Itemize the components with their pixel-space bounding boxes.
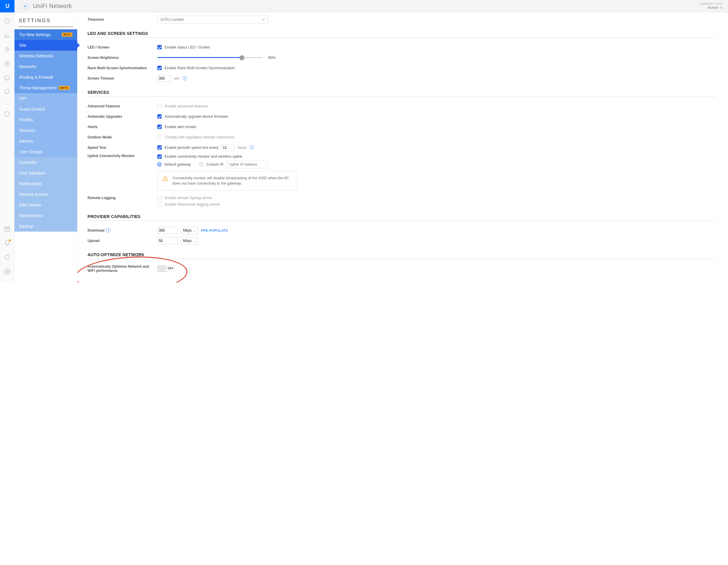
brightness-label: Screen Brightness: [88, 56, 157, 60]
nav-try-new-settings[interactable]: Try New SettingsBETA: [14, 29, 77, 40]
speed-input[interactable]: [221, 144, 235, 151]
timeout-label: Screen Timeout: [88, 76, 157, 80]
settings-icon[interactable]: [4, 268, 10, 275]
syslog-text: Enable remote Syslog server: [165, 196, 212, 200]
speed-checkbox[interactable]: [157, 145, 162, 150]
nav-profiles[interactable]: Profiles: [14, 114, 77, 125]
nav-elite-device[interactable]: Elite Device: [14, 200, 77, 210]
uplink-ip-input[interactable]: [227, 161, 268, 168]
timezone-select[interactable]: (UTC) London: [157, 16, 268, 23]
netconsole-text: Enable Netconsole logging server: [165, 202, 220, 206]
timeout-input[interactable]: [157, 75, 171, 82]
autoopt-label: Automatically Optimize Network and WiFi …: [88, 264, 157, 273]
info-icon[interactable]: i: [182, 76, 187, 80]
rack-checkbox[interactable]: [157, 66, 162, 70]
syslog-checkbox[interactable]: [157, 196, 162, 200]
uplink-checkbox[interactable]: [157, 154, 162, 159]
nav-user-interface[interactable]: User Interface: [14, 168, 77, 178]
map-icon[interactable]: [4, 46, 10, 53]
upload-unit-select[interactable]: Mbps⌄: [181, 237, 198, 244]
svg-rect-4: [5, 76, 10, 79]
devices-icon[interactable]: [4, 60, 10, 67]
nav-notifications[interactable]: Notifications: [14, 178, 77, 189]
clients-icon[interactable]: [4, 75, 10, 81]
download-label: Download i: [88, 228, 157, 232]
adv-checkbox[interactable]: [157, 104, 162, 108]
refresh-icon[interactable]: [22, 3, 29, 10]
topbar: UniFi Network CURRENT SITE Home: [0, 0, 728, 12]
adv-label: Advanced Features: [88, 104, 157, 108]
brightness-value: 80%: [268, 56, 276, 60]
nav-threat[interactable]: Threat ManagementBETA: [14, 82, 77, 93]
insights-icon[interactable]: [4, 89, 10, 95]
nav-guest[interactable]: Guest Control: [14, 104, 77, 114]
download-unit-select[interactable]: Mbps⌄: [181, 226, 198, 234]
autoopt-heading: AUTO-OPTIMIZE NETWORK: [88, 252, 716, 259]
nav-user-groups[interactable]: User Groups: [14, 146, 77, 157]
icon-rail: [0, 12, 14, 282]
brand-logo[interactable]: [0, 0, 14, 12]
nav-backup[interactable]: Backup: [14, 221, 77, 231]
current-site-selector[interactable]: CURRENT SITE Home: [700, 2, 723, 10]
rack-label: Rack Multi-Screen Synchronization: [88, 66, 157, 70]
nav-admins[interactable]: Admins: [14, 136, 77, 146]
alerts-icon[interactable]: [4, 240, 10, 246]
nav-wireless[interactable]: Wireless Networks: [14, 51, 77, 61]
nav-networks[interactable]: Networks: [14, 61, 77, 72]
alerts-checkbox[interactable]: [157, 124, 162, 129]
led-text: Enable status LED / Screen: [165, 45, 210, 49]
nav-controller[interactable]: Controller: [14, 157, 77, 168]
uplink-text: Enable connectivity monitor and wireless…: [165, 154, 242, 158]
nav-remote-access[interactable]: Remote Access: [14, 189, 77, 200]
nav-maintenance[interactable]: Maintenance: [14, 210, 77, 221]
nav-routing[interactable]: Routing & Firewall: [14, 72, 77, 82]
timezone-label: Timezone: [88, 17, 157, 22]
autoopt-toggle[interactable]: OFF: [157, 265, 175, 272]
outdoor-checkbox[interactable]: [157, 135, 162, 139]
prepopulate-link[interactable]: PRE-POPULATE: [201, 229, 228, 232]
uplink-default-text: Default gateway: [164, 162, 191, 166]
info-icon[interactable]: i: [106, 228, 111, 232]
events-icon[interactable]: [4, 226, 10, 232]
upload-input[interactable]: [157, 237, 178, 244]
upload-label: Upload: [88, 239, 157, 243]
svg-point-3: [6, 63, 8, 64]
brand-title: UniFi Network: [33, 3, 72, 9]
auto-upgrade-label: Automatic Upgrades: [88, 114, 157, 119]
nav-services[interactable]: Services: [14, 125, 77, 136]
stats-icon[interactable]: [4, 32, 10, 38]
chat-icon[interactable]: [4, 254, 10, 260]
uplink-custom-radio[interactable]: [199, 162, 203, 166]
alerts-label: Alerts: [88, 125, 157, 129]
svg-point-7: [6, 271, 8, 272]
download-input[interactable]: [157, 227, 178, 234]
uplink-custom-text: Custom IP: [206, 162, 224, 166]
info-icon[interactable]: i: [250, 145, 254, 150]
nav-site[interactable]: Site: [14, 40, 77, 51]
rack-text: Enable Rack Multi-Screen Synchronization: [165, 66, 235, 70]
nav-dpi[interactable]: DPI: [14, 93, 77, 104]
speed-text: Enable periodic speed test every: [165, 145, 218, 150]
led-checkbox[interactable]: [157, 45, 162, 49]
connectivity-warning: Connectivity monitor will disable broadc…: [157, 171, 296, 190]
alerts-text: Enable alert emails: [165, 125, 196, 129]
brightness-slider[interactable]: [157, 57, 263, 58]
auto-upgrade-text: Automatically upgrade device firmware: [165, 114, 228, 119]
settings-title: SETTINGS: [14, 12, 77, 27]
uplink-default-radio[interactable]: [157, 162, 161, 166]
led-label: LED / Screen: [88, 45, 157, 49]
netconsole-checkbox[interactable]: [157, 202, 162, 207]
remote-log-label: Remote Logging: [88, 195, 157, 200]
provider-heading: PROVIDER CAPABILITIES: [88, 214, 716, 221]
outdoor-text: Comply with regulatory domain restrictio…: [165, 135, 234, 139]
settings-sidebar: SETTINGS Try New SettingsBETA Site Wirel…: [14, 12, 77, 282]
dashboard-icon[interactable]: [4, 18, 10, 24]
speed-label: Speed Test: [88, 145, 157, 150]
svg-point-2: [5, 61, 10, 66]
speed-unit: hours: [238, 145, 247, 150]
divider: [4, 104, 10, 104]
security-icon[interactable]: [4, 111, 10, 117]
auto-upgrade-checkbox[interactable]: [157, 114, 162, 119]
timeout-unit: sec: [174, 76, 179, 80]
services-heading: SERVICES: [88, 90, 716, 97]
